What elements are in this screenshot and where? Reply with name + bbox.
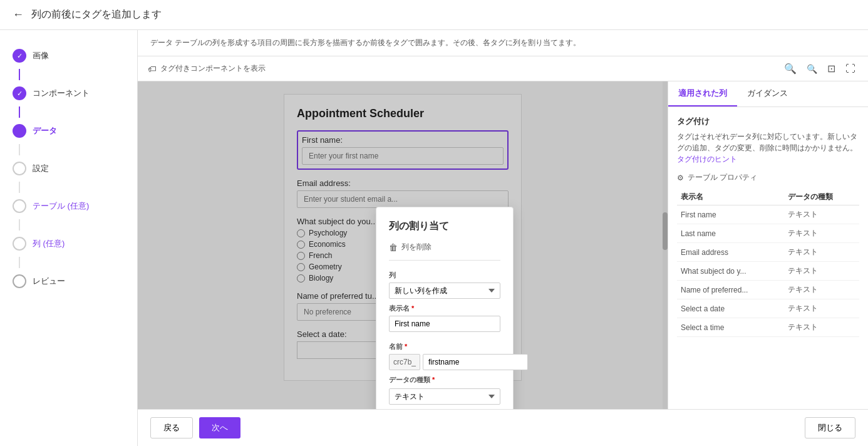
sidebar-item-column[interactable]: 列 (任意) (0, 231, 137, 257)
toolbar-right: 🔍 🔍 ⊡ ⛶ (782, 61, 858, 76)
display-name-label: 表示名 (389, 304, 500, 313)
col-type: テキスト (784, 205, 859, 224)
step-connector (19, 69, 20, 80)
col-name: Name of preferred... (677, 281, 784, 299)
sidebar-item-review[interactable]: レビュー (0, 268, 137, 294)
instruction-bar: データ テーブルの列を形成する項目の周囲に長方形を描画するか前後をタグで囲みます… (138, 30, 868, 56)
col-type: テキスト (784, 318, 859, 337)
modal-title: 列の割り当て (389, 220, 500, 233)
applied-columns-table: 表示名 データの種類 First nameテキストLast nameテキストEm… (677, 189, 859, 337)
table-row: First nameテキスト (677, 205, 859, 224)
sidebar-item-label-6: 列 (任意) (33, 238, 65, 249)
col-name: Select a date (677, 299, 784, 318)
toolbar: 🏷 タグ付きコンポーネントを表示 🔍 🔍 ⊡ ⛶ (138, 56, 868, 81)
step-connector-4 (19, 182, 20, 193)
col-type: テキスト (784, 224, 859, 243)
col-name: Email address (677, 243, 784, 262)
sidebar-item-table[interactable]: テーブル (任意) (0, 193, 137, 219)
tag-section-title: タグ付け (677, 116, 859, 127)
table-row: Email addressテキスト (677, 243, 859, 262)
fit-icon: ⊡ (827, 63, 835, 74)
main-layout: ✓ 画像 ✓ コンポーネント データ 設定 テーブル (任意) (0, 30, 868, 446)
page-title: 列の前後にタグを追加します (31, 8, 162, 21)
header: ← 列の前後にタグを追加します (0, 0, 868, 30)
fit-view-button[interactable]: ⊡ (825, 61, 838, 76)
column-select[interactable]: 新しい列を作成 (389, 283, 500, 299)
step-icon-image: ✓ (13, 49, 26, 63)
step-icon-review (13, 274, 26, 288)
data-type-label: データの種類 (389, 375, 500, 385)
zoom-out-button[interactable]: 🔍 (804, 62, 820, 76)
step-connector-5 (19, 219, 20, 231)
sidebar-item-label-5: テーブル (任意) (33, 200, 89, 212)
panel-content: タグ付け タグはそれぞれデータ列に対応しています。新しいタグの追加、タグの変更、… (668, 107, 868, 346)
display-name-input[interactable] (389, 316, 500, 332)
col-header-type: データの種類 (784, 189, 859, 205)
column-select-label: 列 (389, 271, 500, 280)
step-icon-settings (13, 162, 26, 175)
preview-scroll-area[interactable]: Appointment Scheduler First name: Email … (138, 81, 668, 409)
footer: 戻る 次へ 閉じる (138, 409, 868, 446)
col-type: テキスト (784, 281, 859, 299)
gear-icon: ⚙ (677, 174, 684, 182)
col-type: テキスト (784, 243, 859, 262)
sidebar-item-label-2: コンポーネント (33, 88, 90, 99)
checkmark-icon: ✓ (17, 52, 23, 60)
sidebar-item-image[interactable]: ✓ 画像 (0, 43, 137, 69)
zoom-in-button[interactable]: 🔍 (782, 61, 799, 76)
table-row: What subject do y...テキスト (677, 262, 859, 281)
table-row: Name of preferred...テキスト (677, 281, 859, 299)
sidebar-item-settings[interactable]: 設定 (0, 155, 137, 182)
footer-left: 戻る 次へ (150, 417, 240, 438)
col-name: What subject do y... (677, 262, 784, 281)
content-area: データ テーブルの列を形成する項目の周囲に長方形を描画するか前後をタグで囲みます… (138, 30, 868, 446)
checkmark-icon-2: ✓ (17, 90, 23, 98)
name-prefix: crc7b_ (389, 354, 420, 370)
sidebar-item-component[interactable]: ✓ コンポーネント (0, 80, 137, 106)
close-button[interactable]: 閉じる (805, 417, 855, 438)
next-button[interactable]: 次へ (199, 417, 240, 438)
step-icon-column (13, 237, 26, 251)
tab-guidance[interactable]: ガイダンス (737, 81, 798, 106)
data-type-select[interactable]: テキスト (389, 388, 500, 405)
step-icon-component: ✓ (13, 86, 26, 100)
col-name: Last name (677, 224, 784, 243)
table-row: Select a timeテキスト (677, 318, 859, 337)
table-props-label: テーブル プロパティ (688, 172, 757, 183)
preview-panel: Appointment Scheduler First name: Email … (138, 81, 868, 409)
back-nav-icon[interactable]: ← (13, 8, 24, 21)
col-name: First name (677, 205, 784, 224)
tag-icon: 🏷 (148, 64, 157, 74)
table-row: Select a dateテキスト (677, 299, 859, 318)
sidebar: ✓ 画像 ✓ コンポーネント データ 設定 テーブル (任意) (0, 30, 138, 446)
sidebar-item-data[interactable]: データ (0, 118, 137, 144)
instruction-text: データ テーブルの列を形成する項目の周囲に長方形を描画するか前後をタグで囲みます… (150, 38, 581, 47)
tag-button-label: タグ付きコンポーネントを表示 (160, 63, 266, 74)
name-suffix-input[interactable] (423, 354, 528, 370)
table-properties-link[interactable]: ⚙ テーブル プロパティ (677, 172, 859, 183)
fullscreen-icon: ⛶ (845, 63, 855, 74)
name-row: crc7b_ (389, 354, 500, 370)
sidebar-item-label: 画像 (33, 50, 49, 61)
right-panel-tabs: 適用された列 ガイダンス (668, 81, 868, 107)
step-connector-6 (19, 257, 20, 268)
delete-column-row[interactable]: 🗑 列を削除 (389, 242, 500, 261)
tab-applied-columns[interactable]: 適用された列 (668, 81, 737, 106)
zoom-out-icon: 🔍 (807, 64, 817, 74)
table-row: Last nameテキスト (677, 224, 859, 243)
sidebar-item-label-3: データ (33, 125, 57, 137)
delete-label: 列を削除 (401, 242, 431, 252)
right-panel: 適用された列 ガイダンス タグ付け タグはそれぞれデータ列に対応しています。新し… (668, 81, 868, 409)
col-name: Select a time (677, 318, 784, 337)
back-button[interactable]: 戻る (150, 417, 193, 438)
sidebar-item-label-7: レビュー (33, 276, 65, 287)
delete-icon: 🗑 (389, 242, 398, 252)
step-connector-2 (19, 106, 20, 118)
col-type: テキスト (784, 262, 859, 281)
show-tagged-components-button[interactable]: タグ付きコンポーネントを表示 (160, 63, 266, 74)
step-icon-table (13, 199, 26, 213)
tag-hint-link[interactable]: タグ付けのヒント (677, 155, 737, 163)
col-header-name: 表示名 (677, 189, 784, 205)
fullscreen-button[interactable]: ⛶ (843, 62, 858, 76)
sidebar-item-label-4: 設定 (33, 163, 49, 174)
